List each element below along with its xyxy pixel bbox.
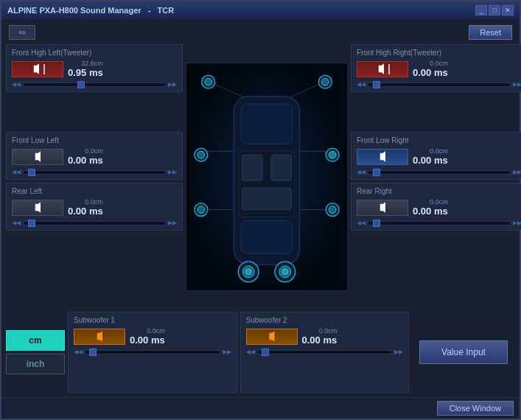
svg-rect-13 (242, 155, 262, 181)
close-button[interactable]: ✕ (502, 5, 514, 15)
slider-left-arrow[interactable]: ◀◀ (357, 169, 366, 175)
front-low-right-values: 0.0cm 0.00 ms (413, 147, 448, 166)
front-low-right-slider[interactable] (368, 170, 511, 175)
slider-left-arrow[interactable]: ◀◀ (357, 220, 366, 226)
rear-left-slider[interactable] (23, 221, 166, 225)
rear-left-button[interactable] (12, 200, 63, 216)
inch-button[interactable]: inch (6, 354, 65, 374)
minimize-button[interactable]: _ (475, 5, 487, 15)
car-svg (186, 63, 347, 290)
front-high-left-panel: Front High Left(Tweeter) 32.6cm 0.95 ms … (6, 44, 183, 92)
front-high-right-slider[interactable] (368, 83, 511, 87)
close-window-button[interactable]: Close Window (437, 401, 514, 416)
speaker-icon (94, 331, 105, 343)
subwoofer2-values: 0.0cm 0.00 ms (302, 327, 338, 346)
rear-right-button[interactable] (357, 200, 408, 216)
front-low-left-cm: 0.0cm (85, 147, 103, 155)
slider-thumb[interactable] (262, 349, 269, 356)
subwoofer1-ms: 0.00 ms (130, 335, 165, 346)
slider-right-arrow[interactable]: ▶▶ (168, 81, 177, 88)
left-panels: Front High Left(Tweeter) 32.6cm 0.95 ms … (6, 44, 183, 309)
slider-thumb[interactable] (373, 169, 380, 176)
front-low-right-button[interactable] (357, 149, 408, 165)
reset-button[interactable]: Reset (469, 25, 512, 40)
slider-left-arrow[interactable]: ◀◀ (12, 81, 21, 88)
slider-thumb[interactable] (77, 81, 85, 88)
close-bar: Close Window (1, 397, 520, 419)
front-high-left-button[interactable] (12, 61, 63, 77)
rear-right-values: 0.0cm 0.00 ms (413, 198, 448, 217)
rear-left-values: 0.0cm 0.00 ms (68, 198, 103, 217)
front-low-left-panel: Front Low Left 0.0cm 0.00 ms ◀◀ (6, 132, 183, 180)
front-high-left-cm: 32.6cm (81, 60, 103, 67)
rear-left-ms: 0.00 ms (68, 206, 103, 217)
maximize-button[interactable]: □ (489, 5, 500, 15)
subwoofer2-title: Subwoofer 2 (246, 316, 404, 324)
speaker-icon (377, 151, 388, 163)
subwoofer2-slider[interactable] (257, 350, 393, 354)
value-input-area: Value Input (412, 312, 515, 393)
front-low-right-cm: 0.0cm (430, 147, 448, 155)
svg-point-21 (197, 151, 205, 158)
unit-buttons: cm inch (6, 312, 65, 393)
front-high-left-slider[interactable] (23, 83, 166, 87)
svg-point-19 (321, 78, 329, 85)
svg-point-33 (282, 268, 288, 274)
front-high-right-button[interactable] (357, 61, 408, 77)
front-high-right-title: Front High Right(Tweeter) (357, 49, 521, 57)
subwoofer2-cm: 0.0cm (319, 327, 338, 335)
cm-button[interactable]: cm (6, 330, 65, 351)
slider-right-arrow[interactable]: ▶▶ (513, 81, 521, 88)
front-high-left-ms: 0.95 ms (68, 67, 103, 78)
front-low-left-values: 0.0cm 0.00 ms (68, 147, 103, 166)
subwoofer2-button[interactable] (246, 329, 298, 345)
slider-thumb[interactable] (28, 220, 35, 227)
rear-right-slider-row: ◀◀ ▶▶ (357, 220, 521, 226)
subwoofer2-slider-row: ◀◀ ▶▶ (246, 349, 404, 355)
link-icon[interactable]: ⇔ (9, 25, 35, 40)
value-input-button[interactable]: Value Input (419, 340, 508, 364)
rear-right-title: Rear Right (357, 187, 521, 195)
subwoofer1-slider-row: ◀◀ ▶▶ (74, 349, 231, 355)
slider-thumb[interactable] (373, 220, 380, 227)
subwoofer1-button[interactable] (74, 329, 125, 345)
speaker-icon (375, 63, 387, 75)
front-low-left-slider-row: ◀◀ ▶▶ (12, 169, 177, 175)
slider-thumb[interactable] (373, 81, 380, 88)
rear-left-slider-row: ◀◀ ▶▶ (12, 220, 177, 226)
car-visualization (186, 44, 348, 309)
rear-right-slider[interactable] (368, 221, 511, 225)
svg-point-30 (245, 268, 251, 274)
slider-right-arrow[interactable]: ▶▶ (394, 349, 403, 355)
front-low-left-slider[interactable] (23, 170, 166, 175)
slider-right-arrow[interactable]: ▶▶ (168, 169, 177, 175)
speaker-icon (32, 202, 43, 214)
slider-left-arrow[interactable]: ◀◀ (357, 81, 366, 88)
svg-point-17 (205, 78, 212, 85)
slider-left-arrow[interactable]: ◀◀ (12, 220, 21, 226)
main-window: ALPINE PXA-H800 Sound Manager - TCR _ □ … (0, 0, 521, 420)
mute-indicator (43, 64, 45, 74)
svg-point-25 (197, 206, 205, 213)
svg-rect-15 (242, 187, 291, 209)
slider-thumb[interactable] (89, 349, 97, 356)
slider-left-arrow[interactable]: ◀◀ (74, 349, 83, 355)
subwoofer1-cm: 0.0cm (147, 327, 165, 335)
slider-left-arrow[interactable]: ◀◀ (12, 169, 21, 175)
rear-right-cm: 0.0cm (430, 198, 448, 206)
subwoofer2-ms: 0.00 ms (302, 335, 338, 346)
window-controls: _ □ ✕ (475, 5, 514, 15)
rear-left-cm: 0.0cm (85, 198, 103, 206)
slider-thumb[interactable] (28, 169, 35, 176)
front-low-left-button[interactable] (12, 149, 63, 165)
slider-right-arrow[interactable]: ▶▶ (513, 169, 521, 175)
svg-rect-14 (271, 155, 292, 181)
slider-right-arrow[interactable]: ▶▶ (513, 220, 521, 226)
slider-right-arrow[interactable]: ▶▶ (168, 220, 177, 226)
front-low-left-ms: 0.00 ms (68, 155, 103, 166)
subwoofer1-values: 0.0cm 0.00 ms (130, 327, 165, 346)
slider-left-arrow[interactable]: ◀◀ (246, 349, 255, 355)
subwoofer1-slider[interactable] (85, 350, 220, 354)
rear-right-panel: Rear Right 0.0cm 0.00 ms ◀◀ (351, 183, 521, 231)
slider-right-arrow[interactable]: ▶▶ (223, 349, 231, 355)
